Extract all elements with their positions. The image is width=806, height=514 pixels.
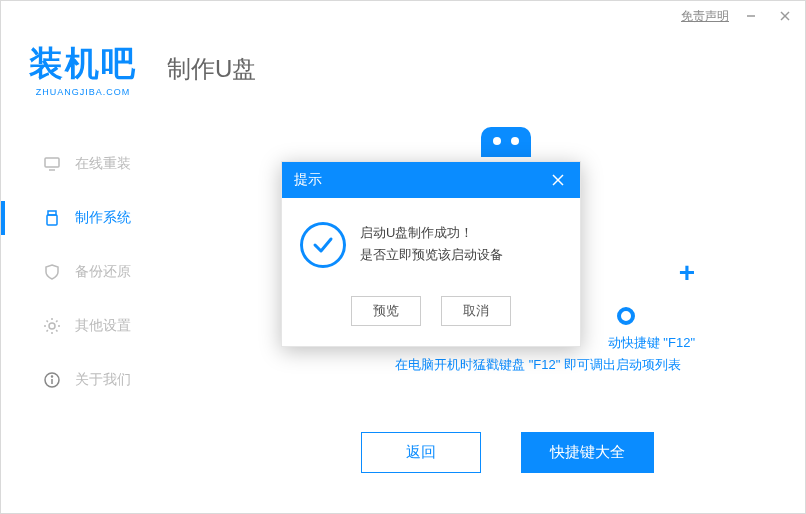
sidebar-item-label: 备份还原 xyxy=(75,263,131,281)
sidebar-item-make-system[interactable]: 制作系统 xyxy=(1,191,181,245)
page-title: 制作U盘 xyxy=(167,53,256,85)
svg-rect-3 xyxy=(45,158,59,167)
sidebar-item-label: 关于我们 xyxy=(75,371,131,389)
usb-icon xyxy=(43,209,61,227)
sidebar-item-about[interactable]: 关于我们 xyxy=(1,353,181,407)
titlebar: 免责声明 xyxy=(1,1,805,31)
plus-icon: + xyxy=(679,257,695,289)
back-button[interactable]: 返回 xyxy=(361,432,481,473)
cancel-button[interactable]: 取消 xyxy=(441,296,511,326)
hint-line-2: 在电脑开机时猛戳键盘 "F12" 即可调出启动项列表 xyxy=(331,354,745,376)
close-button[interactable] xyxy=(773,4,797,28)
logo: 装机吧 ZHUANGJIBA.COM xyxy=(29,41,137,97)
minimize-button[interactable] xyxy=(739,4,763,28)
disclaimer-link[interactable]: 免责声明 xyxy=(681,8,729,25)
gear-icon xyxy=(43,317,61,335)
shield-icon xyxy=(43,263,61,281)
sidebar-item-label: 制作系统 xyxy=(75,209,131,227)
dialog-line-2: 是否立即预览该启动设备 xyxy=(360,244,503,266)
preview-button[interactable]: 预览 xyxy=(351,296,421,326)
footer-buttons: 返回 快捷键大全 xyxy=(361,432,654,473)
dialog-close-button[interactable] xyxy=(548,170,568,190)
prompt-dialog: 提示 启动U盘制作成功！ 是否立即预览该启动设备 预览 取消 xyxy=(281,161,581,347)
header: 装机吧 ZHUANGJIBA.COM 制作U盘 xyxy=(1,31,805,117)
app-window: 免责声明 装机吧 ZHUANGJIBA.COM 制作U盘 在线重装 xyxy=(0,0,806,514)
dialog-footer: 预览 取消 xyxy=(282,286,580,346)
logo-text: 装机吧 xyxy=(29,41,137,87)
svg-point-10 xyxy=(52,376,53,377)
sidebar-item-label: 其他设置 xyxy=(75,317,131,335)
svg-point-7 xyxy=(49,323,55,329)
dialog-line-1: 启动U盘制作成功！ xyxy=(360,222,503,244)
sidebar-item-label: 在线重装 xyxy=(75,155,131,173)
check-circle-icon xyxy=(300,222,346,268)
monitor-icon xyxy=(43,155,61,173)
dialog-message: 启动U盘制作成功！ 是否立即预览该启动设备 xyxy=(360,222,503,266)
sidebar-item-backup[interactable]: 备份还原 xyxy=(1,245,181,299)
sidebar: 在线重装 制作系统 备份还原 其他设置 xyxy=(1,117,181,513)
svg-rect-6 xyxy=(47,215,57,225)
logo-subtext: ZHUANGJIBA.COM xyxy=(36,87,131,97)
sidebar-item-reinstall[interactable]: 在线重装 xyxy=(1,137,181,191)
sidebar-item-settings[interactable]: 其他设置 xyxy=(1,299,181,353)
dialog-body: 启动U盘制作成功！ 是否立即预览该启动设备 xyxy=(282,198,580,286)
dialog-header: 提示 xyxy=(282,162,580,198)
circle-decoration-icon xyxy=(617,307,635,325)
shortcut-list-button[interactable]: 快捷键大全 xyxy=(521,432,654,473)
dialog-title: 提示 xyxy=(294,171,322,189)
info-icon xyxy=(43,371,61,389)
